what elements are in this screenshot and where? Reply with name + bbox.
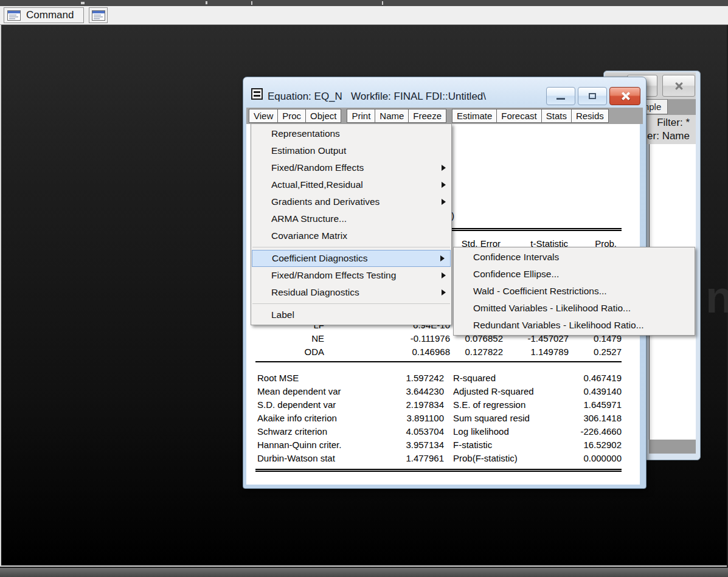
cell-std-error: 0.127822 (465, 347, 503, 357)
toolbar-group-estimate: Estimate Forecast Stats Resids (452, 109, 609, 123)
window-icon-button[interactable] (89, 7, 108, 23)
stat-label: Mean dependent var (257, 386, 341, 396)
submenu-arrow-icon (442, 199, 446, 205)
menu-item-label: Estimation Output (271, 145, 346, 156)
menu-separator (252, 303, 450, 304)
stat-value: 0.467419 (583, 373, 622, 383)
name-button[interactable]: Name (375, 109, 409, 123)
stat-value: 1.597242 (406, 373, 444, 383)
stat-label: Root MSE (257, 373, 299, 383)
stat-value: 1.645971 (583, 399, 622, 410)
stat-value: 2.197834 (406, 399, 444, 410)
stat-row: Akaike info criterion 3.891100 Sum squar… (246, 413, 640, 425)
workfile-status-strip (649, 440, 696, 454)
menu-item-label-object[interactable]: Label (251, 306, 451, 323)
cell-t-stat: 1.149789 (530, 347, 569, 357)
window-controls (546, 87, 640, 105)
submenu-item-wald-restrictions[interactable]: Wald - Coefficient Restrictions... (454, 283, 695, 300)
table-rule-double (255, 469, 622, 472)
close-button[interactable] (609, 87, 640, 105)
top-strip-artifact (382, 1, 383, 5)
menu-item-label: Covariance Matrix (271, 230, 347, 241)
submenu-item-omitted-variables[interactable]: Omitted Variables - Likelihood Ratio... (454, 300, 695, 317)
window-icon (92, 10, 105, 21)
stat-label: R-squared (453, 373, 496, 383)
menu-item-arma-structure[interactable]: ARMA Structure... (251, 210, 451, 227)
proc-button[interactable]: Proc (278, 109, 306, 123)
stat-value: 1.477961 (406, 453, 444, 463)
submenu-item-redundant-variables[interactable]: Redundant Variables - Likelihood Ratio..… (454, 317, 695, 334)
stat-label: Hannan-Quinn criter. (257, 440, 341, 450)
minimize-icon (556, 98, 565, 100)
stat-value: 3.957134 (406, 440, 444, 450)
stat-row: Mean dependent var 3.644230 Adjusted R-s… (246, 386, 640, 398)
menu-item-label: Redundant Variables - Likelihood Ratio..… (473, 320, 644, 330)
stat-label: S.E. of regression (453, 399, 525, 410)
object-button[interactable]: Object (306, 109, 341, 123)
close-icon (674, 81, 684, 91)
submenu-item-confidence-ellipse[interactable]: Confidence Ellipse... (454, 266, 695, 283)
menu-item-label: ARMA Structure... (271, 213, 347, 224)
stat-row: S.D. dependent var 2.197834 S.E. of regr… (246, 399, 640, 412)
estimate-button[interactable]: Estimate (452, 109, 497, 123)
stat-value: 16.52902 (583, 440, 622, 450)
command-tab-label: Command (26, 9, 74, 21)
freeze-button[interactable]: Freeze (409, 109, 446, 123)
stat-label: F-statistic (453, 440, 492, 450)
stat-value: 0.439140 (583, 386, 622, 396)
stat-label: Adjusted R-squared (453, 386, 534, 396)
view-button[interactable]: View (249, 109, 278, 123)
menu-item-residual-diagnostics[interactable]: Residual Diagnostics (251, 284, 451, 301)
menu-item-gradients-derivatives[interactable]: Gradients and Derivatives (251, 193, 451, 210)
workfile-close-button[interactable] (662, 75, 695, 97)
menu-item-coefficient-diagnostics[interactable]: Coefficient Diagnostics (252, 250, 451, 267)
close-icon (620, 91, 631, 101)
submenu-arrow-icon (440, 255, 445, 261)
stat-row: Schwarz criterion 4.053704 Log likelihoo… (246, 426, 640, 438)
stat-value: 306.1418 (583, 413, 622, 423)
menu-item-fixed-random-effects-testing[interactable]: Fixed/Random Effects Testing (251, 267, 451, 284)
background-artifact-text: nt (705, 271, 728, 323)
top-os-strip (0, 0, 728, 6)
menu-item-label: Wald - Coefficient Restrictions... (473, 286, 607, 296)
taskbar-strip (0, 568, 728, 577)
window-icon (7, 10, 21, 21)
menu-item-label: Gradients and Derivatives (271, 196, 380, 207)
print-button[interactable]: Print (347, 109, 375, 123)
submenu-arrow-icon (442, 165, 446, 171)
stat-label: Sum squared resid (453, 413, 530, 423)
maximize-button[interactable] (578, 87, 607, 105)
submenu-arrow-icon (442, 182, 446, 188)
toolbar-group-view: View Proc Object (249, 109, 341, 123)
command-bar: Command (0, 6, 728, 25)
menu-item-label: Fixed/Random Effects (271, 162, 364, 173)
menu-item-label: Confidence Ellipse... (473, 269, 559, 279)
coef-row-oda: ODA 0.146968 0.127822 1.149789 0.2527 (246, 347, 640, 359)
menu-item-covariance-matrix[interactable]: Covariance Matrix (251, 227, 451, 244)
menu-item-estimation-output[interactable]: Estimation Output (251, 142, 451, 159)
stats-button[interactable]: Stats (542, 109, 572, 123)
stat-label: S.D. dependent var (257, 399, 336, 410)
menu-item-representations[interactable]: Representations (251, 125, 451, 142)
equation-titlebar[interactable]: Equation: EQ_N Workfile: FINAL FDI::Unti… (243, 77, 646, 108)
cell-variable: ODA (304, 347, 324, 357)
resids-button[interactable]: Resids (572, 109, 609, 123)
cell-variable: NE (311, 333, 324, 344)
submenu-item-confidence-intervals[interactable]: Confidence Intervals (454, 249, 695, 266)
forecast-button[interactable]: Forecast (497, 109, 541, 123)
menu-item-label: Residual Diagnostics (271, 287, 359, 297)
command-tab[interactable]: Command (4, 7, 84, 23)
coefficient-diagnostics-submenu: Confidence Intervals Confidence Ellipse.… (453, 247, 695, 336)
minimize-button[interactable] (546, 87, 575, 105)
equation-window-title: Equation: EQ_N Workfile: FINAL FDI::Unti… (268, 91, 486, 103)
stat-value: 3.891100 (407, 413, 444, 423)
stat-value: 0.000000 (583, 453, 622, 463)
stat-row: Root MSE 1.597242 R-squared 0.467419 (246, 373, 640, 385)
menu-item-label: Label (271, 309, 294, 320)
equation-toolbar: View Proc Object Print Name Freeze Estim… (246, 108, 643, 124)
menu-item-actual-fitted-residual[interactable]: Actual,Fitted,Residual (251, 176, 451, 193)
stat-label: Akaike info criterion (257, 413, 337, 423)
cell-coefficient: 0.146968 (412, 347, 450, 357)
menu-item-fixed-random-effects[interactable]: Fixed/Random Effects (251, 159, 451, 176)
menu-item-label: Coefficient Diagnostics (272, 253, 367, 263)
